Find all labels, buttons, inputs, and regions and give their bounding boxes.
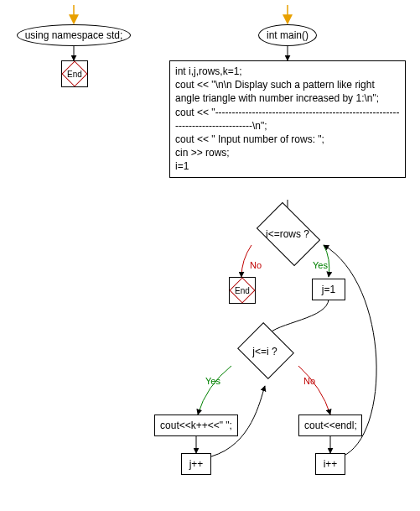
stmt-inc-j: j++ [181, 453, 211, 475]
condition-j-le-i-label: j<=i ? [234, 346, 296, 357]
edge-yes-2: Yes [205, 376, 220, 386]
edge-no-2: No [303, 376, 315, 386]
end-label-left: End [62, 61, 87, 86]
flowchart-canvas: using namespace std; End int main() int … [0, 0, 420, 511]
init-body-block: int i,j,rows,k=1; cout << "\n\n Display … [169, 60, 406, 178]
condition-i-le-rows-label: i<=rows ? [248, 228, 327, 240]
stmt-inc-i: i++ [315, 453, 345, 475]
edge-no-1: No [250, 260, 262, 270]
main-start: int main() [258, 24, 317, 46]
using-namespace-start: using namespace std; [17, 24, 131, 46]
end-terminal-main: End [229, 277, 256, 304]
end-label-main: End [230, 278, 255, 303]
stmt-print-k: cout<<k++<<" "; [154, 415, 238, 436]
edge-yes-1: Yes [313, 260, 328, 270]
assign-j: j=1 [312, 279, 345, 300]
end-terminal-left: End [61, 60, 88, 87]
stmt-print-endl: cout<<endl; [298, 415, 362, 436]
